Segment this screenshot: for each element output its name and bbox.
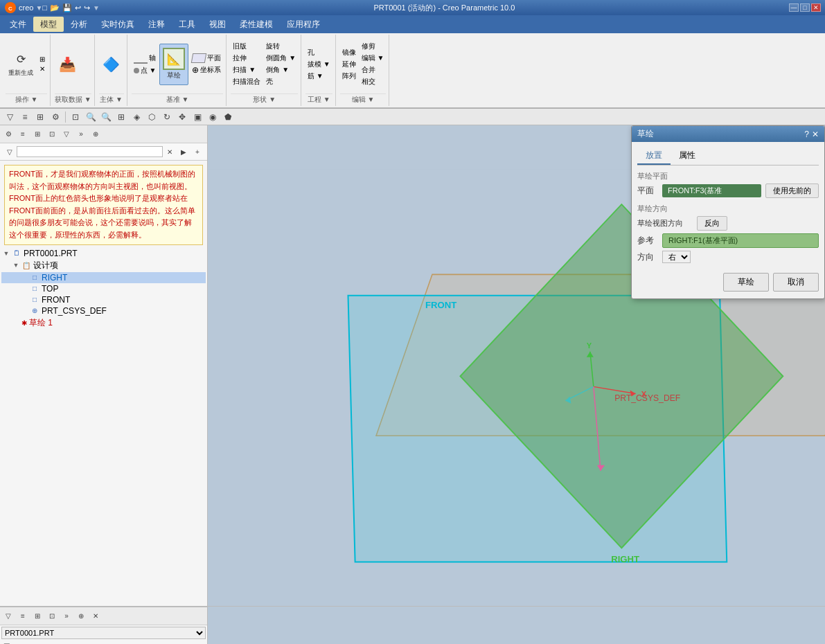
zoom-out-btn[interactable]: 🔍 [99,110,113,124]
array-btn[interactable]: 阵列 [340,71,358,82]
layer-more-btn[interactable]: » [60,609,73,623]
menu-file[interactable]: 文件 [3,17,33,32]
tree-item-csys[interactable]: ⊕ PRT_CSYS_DEF [1,305,206,316]
menu-flexible[interactable]: 柔性建模 [233,17,280,32]
axis-btn[interactable]: 轴 [132,52,159,64]
layer-list2-btn[interactable]: ⊞ [30,609,44,623]
perspective-btn[interactable]: ⬟ [221,110,235,124]
tree-item-design[interactable]: ▼ 📋 设计项 [1,259,206,272]
zoom-fit-btn[interactable]: ⊡ [69,110,82,124]
tree-filter-btn[interactable]: ▽ [60,127,73,141]
menu-simulation[interactable]: 实时仿真 [94,17,141,32]
plane-value[interactable]: FRONT:F3(基准 [662,184,761,197]
edit-btn[interactable]: 编辑 ▼ [360,53,387,64]
tree-item-prt0001[interactable]: ▼ 🗒 PRT0001.PRT [1,248,206,259]
fillet-btn[interactable]: 倒圆角 ▼ [264,53,298,64]
regen-sub1[interactable]: ⊞ [37,55,47,64]
tree-col-btn[interactable]: ⊡ [45,127,59,141]
undo-btn[interactable]: ↩ [75,3,81,12]
search-input[interactable] [17,146,163,157]
sketch-main-btn[interactable]: 📐 草绘 [159,44,188,85]
viewport[interactable]: X Y PRT_CSYS_DEF FRONT TOP RIGHT 草绘 ? ✕ [208,125,825,606]
zoom-in-btn[interactable]: 🔍 [84,110,98,124]
tree-settings-icon[interactable]: ⚙ [1,127,15,141]
search-submit-btn[interactable]: ▶ [177,145,190,159]
tree-list1-btn[interactable]: ≡ [16,127,30,141]
tree-more-btn[interactable]: » [74,127,88,141]
chamfer-btn[interactable]: 倒角 ▼ [264,64,298,75]
regenerate-btn[interactable]: ⟳ 重新生成 [6,50,36,79]
view-3d-btn[interactable]: ◈ [130,110,143,124]
menu-applications[interactable]: 应用程序 [280,17,327,32]
view-orient-btn[interactable]: ⊞ [114,110,128,124]
maximize-btn[interactable]: □ [800,3,810,12]
tree-item-sketch1[interactable]: ✱ 草绘 1 [1,316,206,330]
save-btn[interactable]: 💾 [62,3,72,12]
old-btn[interactable]: 旧版 [231,41,263,52]
redo-btn[interactable]: ↪ [84,3,90,12]
tree-list2-btn[interactable]: ⊞ [30,127,44,141]
window-controls[interactable]: — □ ✕ [789,3,821,12]
tree-extra-btn[interactable]: ⊕ [89,127,103,141]
mirror-btn[interactable]: 镜像 [340,47,358,58]
search-add-btn[interactable]: + [190,145,204,159]
ribbon-group-shape: 旧版 拉伸 扫描 ▼ 扫描混合 旋转 倒圆角 ▼ 倒角 ▼ 壳 形状 ▼ [228,35,301,106]
extrude-btn[interactable]: 拉伸 [231,53,263,64]
intersect-btn[interactable]: 相交 [360,76,387,87]
hole-btn[interactable]: 孔 [305,47,332,58]
point-btn[interactable]: 点 ▼ [132,65,159,76]
subject-btn[interactable]: 🔷 [99,55,124,74]
search-clear-btn[interactable]: ✕ [163,145,177,159]
pan-view-btn[interactable]: ✥ [175,110,189,124]
csys-btn[interactable]: ⊕ 坐标系 [190,64,223,75]
extend-btn[interactable]: 延伸 [340,59,358,70]
scanmix-btn[interactable]: 扫描混合 [231,76,263,87]
tree-item-front[interactable]: □ FRONT [1,294,206,305]
layer-list1-btn[interactable]: ≡ [16,609,30,623]
get-data-btn[interactable]: 📥 [55,55,80,74]
list-view-btn[interactable]: ≡ [18,110,32,124]
layer-filter-btn[interactable]: ▽ [1,609,15,623]
sketch-ok-btn[interactable]: 草绘 [723,273,769,292]
dialog-close-btn[interactable]: ✕ [812,129,819,139]
open-btn[interactable]: 📂 [50,3,60,12]
scan-btn[interactable]: 扫描 ▼ [231,64,263,75]
display-style-btn[interactable]: ◉ [206,110,220,124]
rotate-view-btn[interactable]: ↻ [160,110,174,124]
draft-btn[interactable]: 拔模 ▼ [305,59,332,70]
reference-value[interactable]: RIGHT:F1(基准平面) [662,233,819,248]
layer-extra1-btn[interactable]: ⊕ [74,609,88,623]
dialog-help-btn[interactable]: ? [804,129,809,139]
menu-annotation[interactable]: 注释 [141,17,172,32]
regen-sub2[interactable]: ✕ [37,64,47,73]
menu-analysis[interactable]: 分析 [64,17,94,32]
tree-item-top[interactable]: □ TOP [1,283,206,294]
rib-btn[interactable]: 筋 ▼ [305,71,332,82]
new-btn[interactable]: □ [42,3,47,12]
use-previous-btn[interactable]: 使用先前的 [765,184,819,198]
tree-item-right[interactable]: □ RIGHT [1,272,206,283]
display-mode-btn[interactable]: ▣ [190,110,204,124]
trim-btn[interactable]: 修剪 [360,41,387,52]
merge-btn[interactable]: 合并 [360,64,387,75]
tab-properties[interactable]: 属性 [671,147,704,165]
rotate-btn[interactable]: 旋转 [264,41,298,52]
settings-icon[interactable]: ⚙ [48,110,62,124]
layer-extra2-btn[interactable]: ✕ [89,609,103,623]
tile-view-btn[interactable]: ⊞ [33,110,47,124]
minimize-btn[interactable]: — [789,3,799,12]
menu-view[interactable]: 视图 [202,17,233,32]
direction-select[interactable]: 右 左 上 下 [662,251,691,263]
layer-col-btn[interactable]: ⊡ [45,609,59,623]
filter-icon[interactable]: ▽ [3,110,17,124]
sketch-cancel-btn[interactable]: 取消 [773,273,819,292]
menu-tools[interactable]: 工具 [172,17,202,32]
plane-btn[interactable]: 平面 [190,53,223,64]
view-front-btn[interactable]: ⬡ [145,110,159,124]
close-btn[interactable]: ✕ [811,3,821,12]
tab-placement[interactable]: 放置 [637,147,671,165]
menu-model[interactable]: 模型 [33,17,64,32]
reverse-btn[interactable]: 反向 [697,216,727,231]
model-select-dropdown[interactable]: PRT0001.PRT [1,627,206,639]
shell-btn[interactable]: 壳 [264,76,298,87]
